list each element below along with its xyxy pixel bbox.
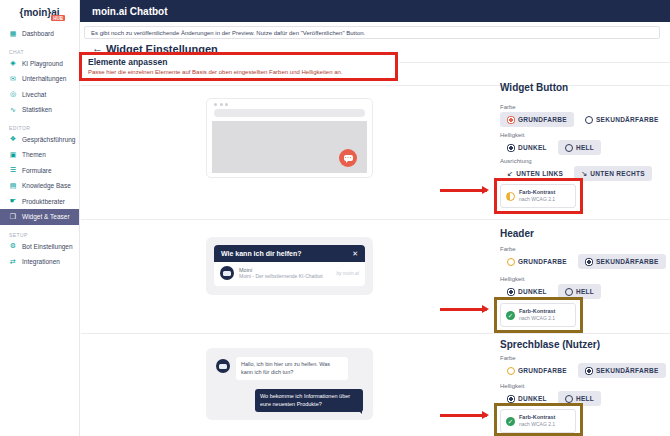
- browser-preview: [206, 98, 373, 178]
- conversations-icon: ✉: [9, 75, 17, 83]
- sidebar-item-label: Widget & Teaser: [22, 213, 70, 220]
- sidebar-item-label: KI Playground: [22, 60, 63, 67]
- radio-icon: [507, 258, 515, 266]
- sidebar-item-label: Gesprächsführung: [22, 136, 75, 143]
- annotation-arrow: [440, 189, 487, 192]
- chat-window-header: Wie kann ich dir helfen? ✕: [214, 245, 365, 262]
- sidebar-item-label: Livechat: [22, 91, 46, 98]
- sidebar-item-livechat[interactable]: ◎Livechat: [0, 87, 79, 103]
- radio-selected-icon: [585, 367, 593, 375]
- header-farbe-group: GRUNDFARBE SEKUNDÄRFARBE: [500, 254, 666, 269]
- chip-label: HELL: [576, 144, 594, 151]
- annotation-arrow: [440, 414, 487, 417]
- dunkel-option[interactable]: DUNKEL: [500, 140, 554, 155]
- sekundaerfarbe-option[interactable]: SEKUNDÄRFARBE: [578, 254, 666, 269]
- sidebar-section-editor: Editor: [0, 118, 79, 132]
- title-divider: [399, 62, 670, 63]
- app-title: moin.ai Chatbot: [92, 6, 168, 17]
- widget-button-helligkeit-group: DUNKEL HELL: [500, 140, 601, 155]
- sidebar-item-label: Integrationen: [22, 258, 60, 265]
- chat-window: Wie kann ich dir helfen? ✕ Moini Moini -…: [214, 245, 365, 286]
- section-divider: [81, 333, 670, 334]
- annotation-arrow: [440, 308, 487, 311]
- section-divider: [81, 219, 670, 220]
- chip-label: DUNKEL: [518, 288, 547, 295]
- widget-icon: ❒: [9, 213, 17, 221]
- sidebar-item-bot-einstellungen[interactable]: ⚙Bot Einstellungen: [0, 239, 79, 255]
- sidebar-item-statistiken[interactable]: ∿Statistiken: [0, 102, 79, 118]
- chat-widget-button[interactable]: [339, 149, 357, 167]
- ausrichtung-label: Ausrichtung: [500, 158, 532, 164]
- chip-label: DUNKEL: [518, 395, 547, 402]
- sidebar-item-ki-playground[interactable]: ◈KI Playground: [0, 56, 79, 72]
- sidebar-item-label: Themen: [22, 151, 46, 158]
- sidebar-nav: ▦Dashboard Chat ◈KI Playground ✉Unterhal…: [0, 24, 79, 270]
- sidebar-item-label: Produktberater: [22, 198, 65, 205]
- widget-button-farbe-group: GRUNDFARBE SEKUNDÄRFARBE: [500, 112, 666, 127]
- sidebar-item-gespraechsfuehrung[interactable]: ❖Gesprächsführung: [0, 132, 79, 148]
- integrations-icon: ⇄: [9, 258, 17, 266]
- farbe-label: Farbe: [500, 246, 516, 252]
- sidebar-item-themen[interactable]: ▣Themen: [0, 147, 79, 163]
- sidebar-item-widget-teaser[interactable]: ❒Widget & Teaser: [0, 209, 79, 225]
- radio-icon: [507, 367, 515, 375]
- playground-icon: ◈: [9, 59, 17, 67]
- chip-label: SEKUNDÄRFARBE: [596, 367, 659, 374]
- bot-subtitle: Moini - Der selbstlernende KI-Chatbot: [239, 273, 323, 279]
- radio-icon: [565, 395, 573, 403]
- sprechblase-heading: Sprechblase (Nutzer): [500, 339, 600, 350]
- close-icon[interactable]: ✕: [352, 250, 358, 258]
- grundfarbe-option[interactable]: GRUNDFARBE: [500, 363, 574, 378]
- product-advisor-icon: ☛: [9, 197, 17, 205]
- sidebar-item-label: Unterhaltungen: [22, 75, 66, 82]
- widget-button-heading: Widget Button: [500, 82, 568, 93]
- sidebar-item-formulare[interactable]: ☰Formulare: [0, 163, 79, 179]
- conversation-preview: Hallo, ich bin hier um zu helfen. Was ka…: [206, 348, 373, 420]
- bot-message-bubble: Hallo, ich bin hier um zu helfen. Was ka…: [236, 357, 348, 380]
- radio-selected-icon: [507, 116, 515, 124]
- farbe-label: Farbe: [500, 104, 516, 110]
- sidebar-section-chat: Chat: [0, 42, 79, 56]
- user-message-bubble: Wo bekomme ich Informationen über eure n…: [255, 389, 363, 412]
- farbe-label: Farbe: [500, 355, 516, 361]
- radio-selected-icon: [507, 144, 515, 152]
- browser-address-bar: [214, 109, 365, 117]
- sidebar: {moin}ai HUB ▦Dashboard Chat ◈KI Playgro…: [0, 0, 80, 436]
- radio-icon: [565, 288, 573, 296]
- sprechblase-farbe-group: GRUNDFARBE SEKUNDÄRFARBE: [500, 363, 666, 378]
- forms-icon: ☰: [9, 166, 17, 174]
- sidebar-item-label: Formulare: [22, 167, 52, 174]
- helligkeit-label: Helligkeit: [500, 132, 524, 138]
- sekundaerfarbe-option[interactable]: SEKUNDÄRFARBE: [578, 363, 666, 378]
- chat-header-title: Wie kann ich dir helfen?: [221, 250, 301, 257]
- annotation-red-box: [494, 178, 583, 214]
- sidebar-item-label: Knowledge Base: [22, 182, 71, 189]
- sekundaerfarbe-option[interactable]: SEKUNDÄRFARBE: [578, 112, 666, 127]
- radio-icon: [585, 116, 593, 124]
- dialog-flow-icon: ❖: [9, 135, 17, 143]
- sidebar-item-integrationen[interactable]: ⇄Integrationen: [0, 254, 79, 270]
- sidebar-item-label: Statistiken: [22, 106, 52, 113]
- sidebar-item-unterhaltungen[interactable]: ✉Unterhaltungen: [0, 71, 79, 87]
- sidebar-section-setup: Setup: [0, 225, 79, 239]
- sidebar-item-produktberater[interactable]: ☛Produktberater: [0, 194, 79, 210]
- chip-label: SEKUNDÄRFARBE: [596, 258, 659, 265]
- statistics-icon: ∿: [9, 106, 17, 114]
- section-divider: [81, 85, 670, 86]
- sidebar-item-label: Bot Einstellungen: [22, 243, 73, 250]
- chip-label: GRUNDFARBE: [518, 258, 567, 265]
- grundfarbe-option[interactable]: GRUNDFARBE: [500, 112, 574, 127]
- chip-label: GRUNDFARBE: [518, 116, 567, 123]
- bot-info-row: Moini Moini - Der selbstlernende KI-Chat…: [214, 262, 365, 284]
- chip-label: HELL: [576, 395, 594, 402]
- sidebar-item-dashboard[interactable]: ▦Dashboard: [0, 26, 79, 42]
- app-logo: {moin}ai HUB: [0, 0, 79, 24]
- radio-selected-icon: [507, 395, 515, 403]
- sidebar-item-knowledge-base[interactable]: ▤Knowledge Base: [0, 178, 79, 194]
- unten-rechts-option[interactable]: ↘UNTEN RECHTS: [574, 166, 652, 181]
- hell-option[interactable]: HELL: [558, 140, 601, 155]
- arrow-down-left-icon: ↙: [507, 170, 513, 178]
- top-bar: moin.ai Chatbot: [80, 0, 670, 22]
- helligkeit-label: Helligkeit: [500, 383, 524, 389]
- grundfarbe-option[interactable]: GRUNDFARBE: [500, 254, 574, 269]
